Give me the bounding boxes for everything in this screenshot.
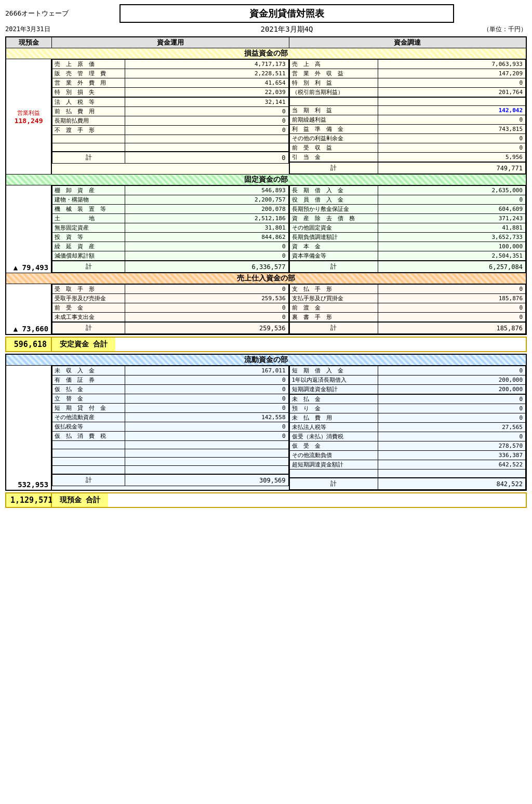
uc-label-1: 支払手形及び買掛金 (289, 294, 378, 303)
ku-label-3: 土 地 (52, 214, 125, 223)
soneki-unyo-sum-label: 計 (52, 152, 125, 164)
kc-value-7: 2,504,351 (378, 251, 525, 261)
soneki-chotatsu-table: 売 上 高 7,063,933 営 業 外 収 益 147,209 特 別 利 … (289, 59, 526, 174)
col-header-unyo: 資金運用 (51, 37, 289, 48)
table-row: 利 益 準 備 金 743,815 (289, 125, 525, 134)
table-row: 未 払 費 用 0 (289, 413, 525, 423)
table-row: 前 受 収 益 0 (289, 143, 525, 153)
table-row: 短期調達資金額計 200,000 (289, 385, 525, 395)
c-value-0: 7,063,933 (378, 60, 525, 69)
date-right: （単位：千円） (464, 25, 527, 34)
stable-total-value: 596,618 (6, 338, 52, 351)
unyo-label-4: 法 人 税 等 (52, 97, 125, 107)
ku-label-6: 繰 延 資 産 (52, 242, 125, 251)
table-row: 資本準備金等 2,504,351 (289, 251, 525, 261)
ku-label-0: 棚 卸 資 産 (52, 186, 125, 195)
table-row: 長 期 借 入 金 2,635,000 (289, 186, 525, 195)
uriage-chotatsu-sum-row: 計 185,876 (289, 322, 525, 334)
c-label-10: 引 当 金 (289, 153, 378, 163)
uc-label-0: 支 払 手 形 (289, 285, 378, 294)
table-row: その他の利益剰余金 0 (289, 134, 525, 143)
uc-value-2: 0 (378, 303, 525, 313)
table-row (52, 449, 288, 458)
c-label-1: 営 業 外 収 益 (289, 69, 378, 78)
ryudo-left-sum: 532,953 (6, 366, 51, 491)
uriage-unyo-sum-label: 計 (52, 322, 125, 334)
table-row (52, 143, 288, 152)
col-header-chotatsu: 資金調達 (289, 37, 526, 48)
c-value-2: 0 (378, 78, 525, 88)
kc-label-5: 長期負債調達額計 (289, 233, 378, 242)
genyo-total-label: 現預金 合計 (52, 493, 108, 507)
uriage-chotatsu-table: 支 払 手 形 0 支払手形及び買掛金 185,876 前 渡 金 0 裏 書 … (289, 284, 526, 334)
stable-total-label: 安定資金 合計 (52, 338, 115, 351)
table-row: 特 別 利 益 0 (289, 78, 525, 88)
table-row: 特 別 損 失 22,039 (52, 88, 288, 98)
ryudo-chotatsu-cell: 短 期 借 入 金 0 1年以内返済長期借入 200,000 短期調達資金額計 … (289, 366, 526, 491)
ryudo-table: 流動資金の部 532,953 未 収 入 金 167,011 有 価 証 券 0 (5, 354, 527, 491)
table-row: 裏 書 手 形 0 (289, 313, 525, 323)
ryudo-unyo-sum-label: 計 (52, 474, 125, 486)
uu-value-0: 0 (125, 285, 288, 294)
kc-label-7: 資本準備金等 (289, 251, 378, 261)
table-row: 棚 卸 資 産 546,893 (52, 186, 288, 195)
unyo-value-7: 0 (125, 126, 288, 135)
table-row: 販 売 管 理 費 2,228,511 (52, 69, 288, 78)
ryudo-chotatsu-sum-value: 842,522 (378, 478, 525, 490)
table-row: 不 渡 手 形 0 (52, 126, 288, 135)
table-row: 預 り 金 0 (289, 404, 525, 413)
unyo-value-2: 41,654 (125, 78, 288, 88)
unyo-value-6: 0 (125, 116, 288, 126)
col-header-genyo: 現預金 (6, 37, 51, 48)
kotei-chotatsu-sum-value: 6,257,084 (378, 261, 525, 273)
kotei-chotatsu-table: 長 期 借 入 金 2,635,000 役 員 借 入 金 0 長期預かり敷金保… (289, 185, 526, 273)
kc-label-3: 資 産 除 去 債 務 (289, 214, 378, 223)
kotei-unyo-cell: 棚 卸 資 産 546,893 建物・構築物 2,200,757 機 械 装 置… (51, 185, 289, 273)
uu-label-1: 受取手形及び売掛金 (52, 294, 125, 303)
uriage-unyo-cell: 受 取 手 形 0 受取手形及び売掛金 259,536 前 受 金 0 未成工事… (51, 284, 289, 335)
ryudo-unyo-table: 未 収 入 金 167,011 有 価 証 券 0 仮 払 金 0 立 替 金 … (52, 366, 288, 486)
ku-label-4: 無形固定資産 (52, 223, 125, 233)
table-row: 投 資 等 844,862 (52, 233, 288, 242)
table-row: （税引前当期利益） 201,764 (289, 88, 525, 98)
unyo-value-1: 2,228,511 (125, 69, 288, 78)
date-center: 2021年3月期4Q (109, 25, 464, 34)
table-row: 減価償却累計額 0 (52, 251, 288, 261)
c-value-6: 0 (378, 115, 525, 125)
table-row: 1年以内返済長期借入 200,000 (289, 376, 525, 385)
soneki-unyo-sum-row: 計 0 (52, 152, 288, 164)
table-row: 資 本 金 100,000 (289, 242, 525, 251)
kc-value-1: 0 (378, 195, 525, 205)
table-row: 土 地 2,512,186 (52, 214, 288, 223)
kc-label-6: 資 本 金 (289, 242, 378, 251)
table-row: 仮受（未払）消費税 0 (289, 432, 525, 441)
table-row: 資 産 除 去 債 務 371,243 (289, 214, 525, 223)
eigyo-label: 営業利益 118,249 (8, 109, 49, 125)
table-row (289, 470, 525, 478)
c-value-3: 201,764 (378, 88, 525, 98)
uc-value-0: 0 (378, 285, 525, 294)
table-row: 繰 延 資 産 0 (52, 242, 288, 251)
table-row: 有 価 証 券 0 (52, 376, 288, 385)
unyo-label-6: 長期前払費用 (52, 116, 125, 126)
company-name: 2666オートウェーブ (5, 9, 109, 18)
c-value-1: 147,209 (378, 69, 525, 78)
table-row: 長期前払費用 0 (52, 116, 288, 126)
table-row (52, 441, 288, 449)
uc-label-2: 前 渡 金 (289, 303, 378, 313)
uu-value-1: 259,536 (125, 294, 288, 303)
kotei-unyo-sum-row: 計 6,336,577 (52, 261, 288, 273)
header: 2666オートウェーブ 資金別貸借対照表 (5, 4, 527, 23)
kc-value-3: 371,243 (378, 214, 525, 223)
table-row: 営 業 外 費 用 41,654 (52, 78, 288, 88)
table-row: 役 員 借 入 金 0 (289, 195, 525, 205)
main-table: 現預金 資金運用 資金調達 損益資金の部 営業利益 118,249 売 (5, 36, 527, 335)
table-row: 未 払 金 0 (289, 394, 525, 404)
c-value-5: 142,042 (378, 106, 525, 115)
ku-value-7: 0 (125, 251, 288, 261)
kotei-unyo-sum-label: 計 (52, 261, 125, 273)
table-row: 法 人 税 等 32,141 (52, 97, 288, 107)
table-row: 無形固定資産 31,801 (52, 223, 288, 233)
unyo-label-5: 前 払 費 用 (52, 107, 125, 116)
c-value-8: 0 (378, 134, 525, 143)
